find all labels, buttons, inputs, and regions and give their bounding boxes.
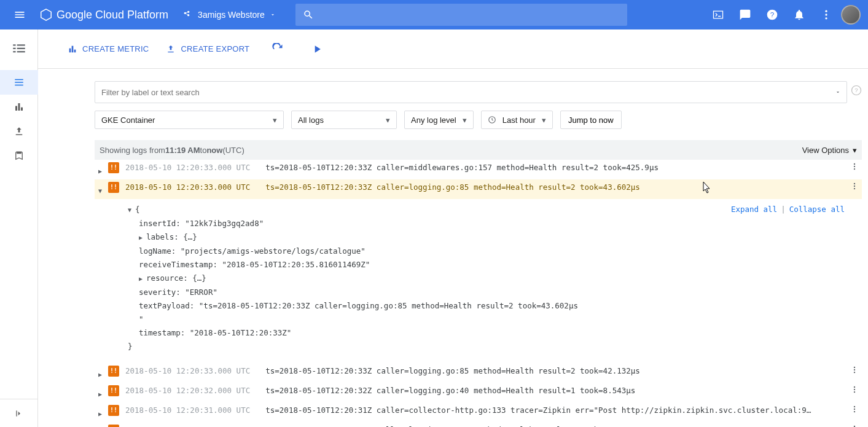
resource-value: GKE Container bbox=[101, 116, 155, 125]
severity-badge: !! bbox=[108, 182, 119, 193]
status-prefix: Showing logs from bbox=[100, 146, 165, 155]
filter-dropdown-toggle[interactable] bbox=[829, 82, 846, 103]
resource-dropdown[interactable]: GKE Container ▾ bbox=[95, 111, 284, 129]
time-dropdown[interactable]: Last hour ▾ bbox=[481, 111, 553, 129]
json-toggle[interactable]: ▶ bbox=[139, 272, 146, 286]
gcp-hexagon-icon bbox=[39, 8, 53, 22]
expand-toggle[interactable]: ▶ bbox=[95, 402, 106, 422]
row-overflow-menu[interactable] bbox=[847, 160, 862, 171]
chevron-down-icon bbox=[270, 12, 276, 18]
feedback-icon[interactable] bbox=[733, 2, 757, 27]
overflow-menu-icon[interactable] bbox=[814, 2, 839, 27]
hamburger-menu[interactable] bbox=[5, 0, 34, 29]
svg-point-34 bbox=[854, 367, 855, 368]
create-metric-label: CREATE METRIC bbox=[82, 44, 149, 53]
svg-rect-20 bbox=[21, 108, 23, 111]
svg-rect-15 bbox=[15, 79, 23, 80]
logs-value: All logs bbox=[298, 116, 324, 125]
log-status-bar: Showing logs from 11:19 AM to now (UTC) … bbox=[95, 140, 862, 160]
expand-all-link[interactable]: Expand all bbox=[731, 205, 777, 214]
rail-collapse[interactable] bbox=[0, 399, 38, 427]
rail-exports[interactable] bbox=[0, 119, 38, 144]
log-row[interactable]: ▶!!2018-05-10 12:20:31.000 UTC ts=2018-0… bbox=[95, 402, 862, 422]
rail-metrics[interactable] bbox=[0, 95, 38, 119]
svg-point-36 bbox=[854, 372, 855, 373]
log-row[interactable]: ▶!!2018-05-10 12:20:32.000 UTC ts=2018-0… bbox=[95, 383, 862, 402]
svg-point-30 bbox=[854, 168, 855, 170]
project-icon bbox=[183, 10, 193, 20]
product-logo[interactable]: Google Cloud Platform bbox=[34, 8, 173, 22]
svg-rect-24 bbox=[74, 49, 76, 52]
svg-point-32 bbox=[854, 186, 855, 187]
log-timestamp: 2018-05-10 12:20:32.000 UTC bbox=[125, 383, 259, 399]
row-overflow-menu[interactable] bbox=[847, 422, 862, 427]
logs-dropdown[interactable]: All logs ▾ bbox=[291, 111, 397, 129]
status-to: now bbox=[206, 146, 222, 155]
logging-service-icon[interactable] bbox=[0, 29, 38, 70]
notifications-icon[interactable] bbox=[787, 2, 811, 27]
create-export-label: CREATE EXPORT bbox=[181, 44, 249, 53]
search-icon bbox=[303, 9, 314, 20]
log-row[interactable]: ▶!!2018-05-10 12:20:33.000 UTC ts=2018-0… bbox=[95, 363, 862, 383]
play-button[interactable] bbox=[306, 38, 328, 60]
view-options-dropdown[interactable]: View Options ▾ bbox=[802, 146, 857, 155]
svg-rect-11 bbox=[13, 51, 15, 52]
filter-area: ? GKE Container ▾ All logs ▾ Any log lev… bbox=[38, 69, 868, 134]
row-overflow-menu[interactable] bbox=[847, 179, 862, 190]
svg-point-2 bbox=[187, 11, 189, 13]
log-row[interactable]: ▶!!2018-05-10 12:20:33.000 UTC ts=2018-0… bbox=[95, 160, 862, 179]
svg-rect-16 bbox=[15, 82, 23, 83]
filter-help-icon[interactable]: ? bbox=[851, 85, 862, 96]
log-list: ▶!!2018-05-10 12:20:33.000 UTC ts=2018-0… bbox=[95, 160, 862, 427]
create-export-button[interactable]: CREATE EXPORT bbox=[166, 44, 249, 54]
svg-text:?: ? bbox=[854, 87, 858, 93]
svg-point-39 bbox=[854, 391, 855, 393]
filter-input[interactable] bbox=[95, 88, 829, 97]
create-metric-button[interactable]: CREATE METRIC bbox=[68, 44, 149, 54]
level-dropdown[interactable]: Any log level ▾ bbox=[404, 111, 474, 129]
jump-to-now-button[interactable]: Jump to now bbox=[560, 111, 622, 129]
log-timestamp: 2018-05-10 12:20:33.000 UTC bbox=[125, 363, 259, 379]
header-left: Google Cloud Platform 3amigs Webstore bbox=[0, 0, 291, 29]
shell: CREATE METRIC CREATE EXPORT ? GKE Contai… bbox=[0, 29, 868, 427]
expand-toggle[interactable]: ▶ bbox=[95, 363, 106, 383]
collapse-all-link[interactable]: Collapse all bbox=[789, 205, 845, 214]
user-avatar[interactable] bbox=[841, 5, 861, 25]
top-header: Google Cloud Platform 3amigs Webstore ? bbox=[0, 0, 868, 29]
rail-tabs bbox=[0, 70, 37, 168]
severity-badge: !! bbox=[108, 366, 119, 377]
project-selector[interactable]: 3amigs Webstore bbox=[173, 10, 286, 20]
row-overflow-menu[interactable] bbox=[847, 383, 862, 394]
global-search[interactable] bbox=[295, 4, 627, 26]
log-message: ts=2018-05-10T12:20:31Z caller=collector… bbox=[265, 402, 847, 418]
expand-toggle[interactable]: ▶ bbox=[95, 160, 106, 179]
left-rail bbox=[0, 29, 38, 427]
log-row[interactable]: ▶!!2018-05-10 12:20:30.000 UTC ts=2018-0… bbox=[95, 422, 862, 427]
svg-rect-19 bbox=[18, 103, 20, 111]
refresh-button[interactable] bbox=[267, 38, 289, 60]
help-icon[interactable]: ? bbox=[760, 2, 784, 27]
json-toggle[interactable]: ▶ bbox=[139, 231, 146, 245]
log-message: ts=2018-05-10T12:20:33Z caller=logging.g… bbox=[265, 363, 847, 379]
svg-rect-21 bbox=[16, 410, 17, 416]
rail-resource-usage[interactable] bbox=[0, 144, 38, 168]
cloud-shell-icon[interactable] bbox=[706, 2, 730, 27]
row-overflow-menu[interactable] bbox=[847, 363, 862, 374]
svg-point-35 bbox=[854, 369, 855, 370]
page-toolbar: CREATE METRIC CREATE EXPORT bbox=[38, 29, 868, 69]
svg-rect-10 bbox=[13, 48, 15, 49]
expand-toggle[interactable]: ▶ bbox=[95, 422, 106, 427]
svg-point-7 bbox=[825, 14, 827, 15]
svg-rect-23 bbox=[72, 45, 74, 52]
detail-actions: Expand all|Collapse all bbox=[731, 203, 845, 216]
log-row[interactable]: ▼!!2018-05-10 12:20:33.000 UTC ts=2018-0… bbox=[95, 179, 862, 199]
svg-rect-22 bbox=[69, 48, 71, 52]
status-from: 11:19 AM bbox=[165, 146, 200, 155]
expand-toggle[interactable]: ▶ bbox=[95, 383, 106, 402]
row-overflow-menu[interactable] bbox=[847, 402, 862, 413]
json-toggle[interactable]: ▼ bbox=[128, 203, 135, 217]
svg-point-41 bbox=[854, 409, 855, 410]
expand-toggle[interactable]: ▼ bbox=[95, 179, 106, 199]
main: CREATE METRIC CREATE EXPORT ? GKE Contai… bbox=[38, 29, 868, 427]
rail-logs[interactable] bbox=[0, 70, 38, 95]
